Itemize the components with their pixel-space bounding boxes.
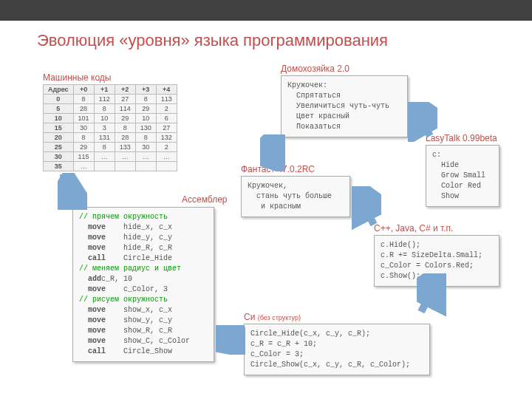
table-row: 208131288132 [44, 133, 177, 143]
table-row: 15303813027 [44, 123, 177, 133]
th-addr: Адрес [44, 85, 74, 95]
top-bar [0, 0, 532, 21]
label-c-suffix: (без структур) [258, 314, 301, 321]
arrow-cpp-fantast [352, 186, 381, 231]
arrow-fantast-housewife [260, 134, 285, 171]
arrow-machine-asm [58, 173, 87, 210]
table-row: 25298133302 [44, 143, 177, 152]
th-3: +3 [135, 85, 156, 95]
table-row: 30115………… [44, 152, 177, 162]
code-asm: // прячем окружность move hide_x, c_x mo… [72, 207, 214, 362]
page-title: Эволюция «уровня» языка программирования [37, 31, 388, 50]
th-4: +4 [156, 85, 177, 95]
label-c-prefix: Си [244, 312, 258, 322]
table-row: 08112278113 [44, 95, 177, 104]
label-c: Си (без структур) [244, 312, 301, 322]
code-c: Circle_Hide(c_x, c_y, c_R); c_R = c_R + … [244, 324, 430, 375]
arrow-c-cpp [417, 273, 446, 318]
table-row: 101011029106 [44, 114, 177, 123]
label-asm: Ассемблер [182, 194, 227, 205]
th-2: +2 [115, 85, 135, 95]
code-lasy: c: Hide Grow Small Color Red Show [426, 145, 499, 207]
table-row: 35… [44, 162, 177, 171]
arrow-lasy-housewife [408, 102, 437, 142]
th-1: +1 [94, 85, 115, 95]
arrow-asm-c [216, 325, 245, 355]
label-machine: Машинные коды [43, 72, 111, 83]
code-fantast: Кружочек, стань чуть больше и красным [241, 176, 350, 217]
th-0: +0 [73, 85, 94, 95]
machine-code-table: Адрес +0 +1 +2 +3 +4 08112278113 5288114… [43, 84, 177, 171]
table-row: 5288114292 [44, 104, 177, 114]
label-cpp: C++, Java, C# и т.п. [374, 223, 453, 233]
label-housewife: Домохозяйка 2.0 [281, 64, 349, 74]
code-housewife: Кружочек: Спрятаться Увеличиться чуть-чу… [281, 75, 408, 137]
